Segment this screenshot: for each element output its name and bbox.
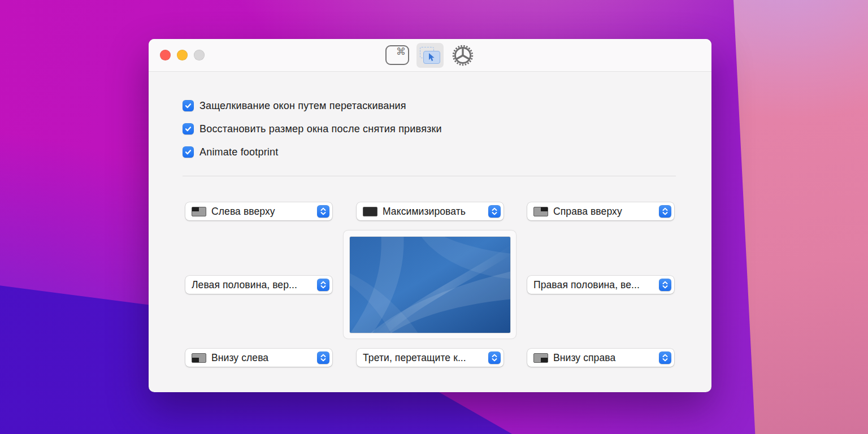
checkbox-row-animate-footprint[interactable]: Animate footprint xyxy=(183,145,278,159)
tab-shortcuts[interactable]: ⌘ xyxy=(384,43,411,68)
window-bottom-right-icon xyxy=(533,353,548,363)
dropdown-bottom-right[interactable]: Внизу справа xyxy=(527,349,674,367)
checkbox-label[interactable]: Animate footprint xyxy=(199,146,278,158)
chevron-up-down-icon xyxy=(488,351,501,364)
screen-preview-card xyxy=(343,230,517,339)
checkbox-row-restore-size[interactable]: Восстановить размер окна после снятия пр… xyxy=(183,122,442,136)
window-maximize-icon xyxy=(363,207,377,216)
dropdown-top-left[interactable]: Слева вверху xyxy=(185,202,332,220)
preferences-toolbar: ⌘ xyxy=(384,43,476,68)
chevron-up-down-icon xyxy=(317,279,329,291)
blue-abstract-desktop-thumbnail xyxy=(350,237,510,333)
gear-icon xyxy=(451,44,475,67)
window-top-right-icon xyxy=(533,207,548,216)
close-button[interactable] xyxy=(160,50,171,60)
window-titlebar[interactable]: ⌘ xyxy=(149,39,711,72)
checkbox-row-snap-by-dragging[interactable]: Защелкивание окон путем перетаскивания xyxy=(183,99,406,112)
window-top-left-icon xyxy=(192,207,206,216)
dropdown-middle-left[interactable]: Левая половина, вер... xyxy=(185,276,332,294)
chevron-up-down-icon xyxy=(659,351,671,364)
tab-settings[interactable] xyxy=(449,43,476,68)
drag-snap-cursor-icon xyxy=(420,47,440,64)
cursor-arrow-icon xyxy=(428,53,436,62)
checkbox-checked-icon[interactable] xyxy=(183,100,194,111)
chevron-up-down-icon xyxy=(317,351,329,364)
chevron-up-down-icon xyxy=(317,205,329,218)
chevron-up-down-icon xyxy=(659,279,671,291)
tab-snapping-selected[interactable] xyxy=(416,43,444,68)
section-divider xyxy=(183,176,676,176)
zoom-button-disabled xyxy=(194,50,205,60)
traffic-lights xyxy=(149,50,205,60)
checkbox-checked-icon[interactable] xyxy=(183,123,194,134)
checkbox-checked-icon[interactable] xyxy=(183,146,194,158)
dropdown-top-right[interactable]: Справа вверху xyxy=(527,202,674,220)
app-window: ⌘ xyxy=(149,39,711,392)
dropdown-bottom-center[interactable]: Трети, перетащите к... xyxy=(357,349,504,367)
checkbox-label[interactable]: Восстановить размер окна после снятия пр… xyxy=(199,123,442,135)
dropdown-middle-right[interactable]: Правая половина, ве... xyxy=(527,276,674,294)
checkbox-label[interactable]: Защелкивание окон путем перетаскивания xyxy=(199,100,406,112)
minimize-button[interactable] xyxy=(177,50,188,60)
chevron-up-down-icon xyxy=(659,205,671,218)
dropdown-bottom-left[interactable]: Внизу слева xyxy=(185,349,332,367)
window-bottom-left-icon xyxy=(192,353,206,363)
chevron-up-down-icon xyxy=(488,205,501,218)
command-key-icon: ⌘ xyxy=(385,45,409,65)
dropdown-top-center[interactable]: Максимизировать xyxy=(357,202,504,220)
preferences-content: Защелкивание окон путем перетаскивания В… xyxy=(149,72,711,392)
